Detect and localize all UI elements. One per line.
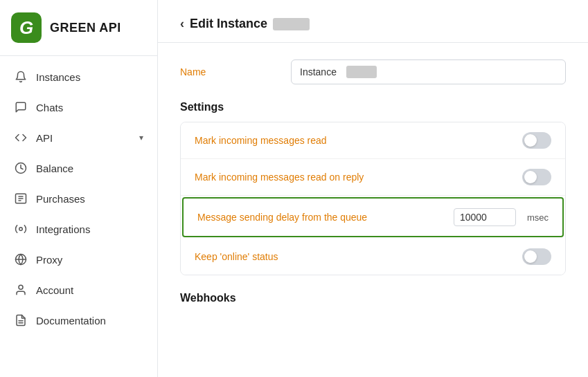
settings-section-title: Settings (180, 101, 566, 113)
page-header: ‹ Edit Instance (158, 0, 588, 43)
settings-card: Mark incoming messages read Mark incomin… (180, 122, 566, 275)
chat-icon (14, 100, 28, 114)
delay-input[interactable] (454, 208, 516, 226)
content-area: Name Instance Settings Mark incoming mes… (158, 43, 588, 321)
logo-text: GREEN API (50, 21, 121, 35)
sidebar-item-proxy-label: Proxy (36, 254, 143, 266)
account-icon (14, 283, 28, 297)
sidebar-item-balance-label: Balance (36, 163, 143, 174)
toggle-mark-read-reply[interactable] (522, 169, 551, 185)
sidebar-nav: Instances Chats API ▾ (0, 56, 157, 377)
setting-row-mark-read: Mark incoming messages read (181, 122, 565, 159)
setting-label-mark-read: Mark incoming messages read (195, 135, 522, 146)
page-title: Edit Instance (190, 17, 267, 31)
toggle-keep-online[interactable] (522, 248, 551, 265)
setting-label-keep-online: Keep 'online' status (195, 251, 522, 262)
logo-area: G GREEN API (0, 0, 157, 56)
name-row: Name Instance (180, 59, 566, 84)
webhooks-section-title: Webhooks (180, 292, 566, 304)
sidebar-item-instances-label: Instances (36, 71, 143, 83)
name-value: Instance (300, 66, 337, 77)
sidebar-item-documentation-label: Documentation (36, 315, 143, 327)
documentation-icon (14, 313, 28, 327)
main-content: ‹ Edit Instance Name Instance Settings M… (158, 0, 588, 377)
sidebar-item-api[interactable]: API ▾ (0, 122, 157, 153)
name-blur (346, 66, 377, 78)
setting-row-mark-read-reply: Mark incoming messages read on reply (181, 159, 565, 196)
proxy-icon (14, 252, 28, 266)
sidebar-item-instances[interactable]: Instances (0, 62, 157, 92)
sidebar-item-balance[interactable]: Balance (0, 153, 157, 183)
name-field-label: Name (180, 66, 291, 77)
sidebar-item-chats-label: Chats (36, 102, 143, 113)
sidebar-item-integrations[interactable]: Integrations (0, 214, 157, 244)
sidebar-item-api-label: API (36, 132, 131, 144)
svg-point-8 (19, 285, 23, 289)
sidebar-item-integrations-label: Integrations (36, 223, 143, 235)
sidebar-item-chats[interactable]: Chats (0, 92, 157, 122)
setting-label-delay: Message sending delay from the queue (197, 212, 454, 223)
name-input-wrapper: Instance (291, 59, 566, 84)
chevron-down-icon: ▾ (139, 133, 143, 142)
instance-id-blur (273, 18, 310, 30)
sidebar-item-purchases-label: Purchases (36, 193, 143, 205)
setting-row-delay: Message sending delay from the queue mse… (182, 197, 564, 237)
setting-label-mark-read-reply: Mark incoming messages read on reply (195, 172, 522, 183)
bell-icon (14, 70, 28, 84)
purchases-icon (14, 192, 28, 205)
sidebar: G GREEN API Instances Chats (0, 0, 158, 377)
toggle-mark-read[interactable] (522, 132, 551, 149)
logo-icon: G (11, 12, 42, 43)
svg-point-5 (19, 228, 23, 231)
back-button[interactable]: ‹ (180, 17, 184, 31)
sidebar-item-account-label: Account (36, 284, 143, 296)
integrations-icon (14, 222, 28, 236)
setting-row-keep-online: Keep 'online' status (181, 239, 565, 275)
delay-unit: msec (522, 212, 549, 223)
delay-input-group: msec (454, 208, 549, 226)
balance-icon (14, 161, 28, 175)
api-icon (14, 131, 28, 145)
sidebar-item-account[interactable]: Account (0, 275, 157, 305)
sidebar-item-proxy[interactable]: Proxy (0, 244, 157, 275)
breadcrumb: ‹ Edit Instance (180, 17, 566, 31)
sidebar-item-documentation[interactable]: Documentation (0, 305, 157, 335)
sidebar-item-purchases[interactable]: Purchases (0, 183, 157, 214)
